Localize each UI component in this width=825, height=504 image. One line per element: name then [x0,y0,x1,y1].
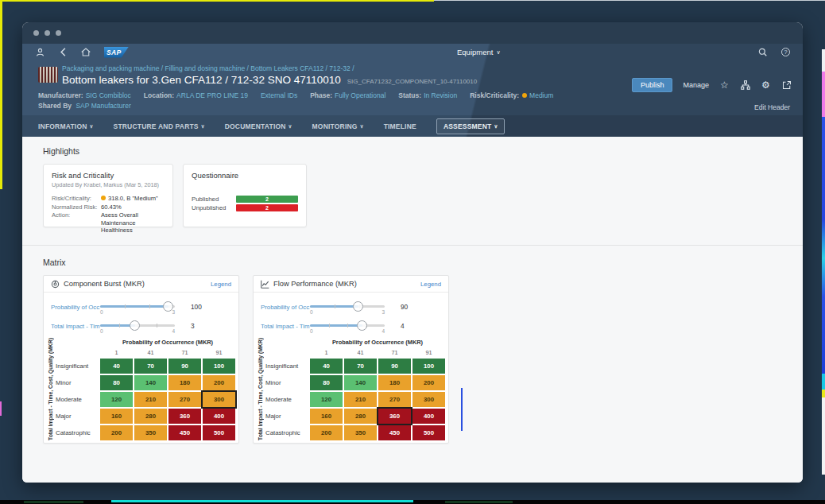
risk-matrix-grid: 1417191Insignificant407090100Minor801401… [56,347,235,440]
meta-label: Manufacturer: [38,91,83,99]
matrix-row-label: Catastrophic [56,425,99,440]
matrix-cell[interactable]: 200 [412,375,445,390]
legend-link[interactable]: Legend [420,281,441,288]
questionnaire-card[interactable]: Questionnaire Published 2 Unpublished 2 [183,164,307,227]
tab-documentation[interactable]: DOCUMENTATION∨ [225,122,292,130]
matrix-cell[interactable]: 200 [310,425,343,440]
manage-button[interactable]: Manage [683,81,709,89]
matrix-cell[interactable]: 450 [168,425,201,440]
publish-button[interactable]: Publish [632,78,673,92]
matrix-cell[interactable]: 100 [203,359,235,374]
equipment-selector[interactable]: Equipment ∨ [457,44,501,60]
matrix-row-label: Moderate [56,392,99,407]
tab-information[interactable]: INFORMATION∨ [38,122,94,130]
tab-assessment[interactable]: ASSESSMENT∨ [436,118,505,134]
matrix-cell[interactable]: 80 [100,375,133,390]
matrix-cell[interactable]: 210 [134,392,167,407]
traffic-light-dot[interactable] [56,30,61,36]
matrix-cell[interactable]: 160 [310,409,343,424]
matrix-cell[interactable]: 350 [134,425,167,440]
matrix-cell[interactable]: 70 [134,359,167,374]
search-icon[interactable] [757,48,767,57]
window-titlebar[interactable] [22,22,803,44]
published-count-bar[interactable]: 2 [236,196,298,203]
card-title: Risk and Criticality [52,171,165,180]
meta-value-phase[interactable]: Fully Operational [335,91,385,99]
matrix-cell[interactable]: 450 [378,425,411,440]
edit-header-button[interactable]: Edit Header [754,103,790,111]
meta-value-location[interactable]: ARLA DE PRO LINE 19 [176,91,248,99]
tab-timeline[interactable]: TIMELINE [384,122,416,130]
matrix-cell[interactable]: 40 [100,359,133,374]
probability-slider[interactable]: 03 [310,300,385,313]
home-icon[interactable] [81,48,91,57]
matrix-cell[interactable]: 400 [412,409,445,424]
matrix-cell[interactable]: 160 [100,409,133,424]
breadcrumb-link[interactable]: Bottom Leakers CFA112 / 712-32 [250,64,351,72]
matrix-cell[interactable]: 200 [203,375,235,390]
matrix-cell[interactable]: 100 [412,359,445,374]
unpublished-count-bar[interactable]: 2 [236,204,298,211]
back-icon[interactable] [58,48,68,57]
matrix-card-component-burst: Component Burst (MKR) Legend Probability… [43,275,239,444]
probability-slider[interactable]: 03 [100,300,175,313]
matrix-cell[interactable]: 70 [344,359,377,374]
impact-slider[interactable]: 04 [310,320,385,332]
traffic-light-dot[interactable] [45,30,50,36]
matrix-cell[interactable]: 360 [378,409,411,424]
legend-link[interactable]: Legend [211,281,231,288]
matrix-cell[interactable]: 200 [100,425,133,440]
matrix-cell[interactable]: 280 [344,409,377,424]
favorite-star-icon[interactable]: ☆ [719,80,730,91]
risk-criticality-card[interactable]: Risk and Criticality Updated By Krabel, … [43,164,173,227]
matrix-cell[interactable]: 40 [310,359,343,374]
traffic-light-dot[interactable] [33,30,39,36]
help-icon[interactable]: ? [781,48,790,56]
meta-value-risk[interactable]: Medium [529,91,553,99]
settings-gear-icon[interactable]: ⚙ [761,80,771,91]
highlights-heading: Highlights [43,146,782,156]
matrix-cell[interactable]: 300 [203,392,235,407]
line-chart-icon [261,280,269,289]
sap-logo[interactable]: SAP [104,47,129,58]
matrix-cell[interactable]: 500 [203,425,235,440]
matrix-y-axis-label: Total Impact - Time, Cost, Quality (MKR) [256,338,265,440]
shared-by-link[interactable]: SAP Manufacturer [76,102,130,110]
equipment-thumbnail[interactable] [38,67,58,83]
matrix-cell[interactable]: 360 [168,409,201,424]
breadcrumb-link[interactable]: Filling and dosing machine [165,64,245,72]
matrix-cell[interactable]: 80 [310,375,343,390]
matrix-cell[interactable]: 90 [168,359,201,374]
matrix-cell[interactable]: 140 [344,375,377,390]
matrix-cell[interactable]: 210 [344,392,377,407]
screen-artifact [434,0,825,1]
user-icon[interactable] [35,48,45,57]
share-export-icon[interactable] [781,80,792,91]
matrix-cell[interactable]: 400 [203,409,235,424]
matrix-cell[interactable]: 280 [134,409,167,424]
matrix-cell[interactable]: 500 [412,425,445,440]
matrix-cell[interactable]: 350 [344,425,377,440]
tab-structure-and-parts[interactable]: STRUCTURE AND PARTS∨ [114,122,205,130]
breadcrumb-link[interactable]: Packaging and packing machine [62,64,159,72]
external-ids-link[interactable]: External IDs [261,91,297,99]
matrix-cell[interactable]: 180 [378,375,411,390]
chevron-down-icon: ∨ [496,49,500,56]
screen-artifact [461,388,463,431]
card-title: Questionnaire [192,171,298,180]
matrix-cell[interactable]: 270 [378,392,411,407]
matrix-cell[interactable]: 300 [412,392,445,407]
matrix-cell[interactable]: 90 [378,359,411,374]
matrix-cell[interactable]: 120 [100,392,133,407]
matrix-cell[interactable]: 140 [134,375,167,390]
meta-value-status[interactable]: In Revision [424,91,457,99]
matrix-row-label: Minor [265,375,308,390]
tab-monitoring[interactable]: MONITORING∨ [312,122,364,130]
matrix-cell[interactable]: 180 [168,375,201,390]
sitemap-icon[interactable] [740,80,750,91]
matrix-cell[interactable]: 270 [168,392,201,407]
matrix-cell[interactable]: 120 [310,392,343,407]
impact-slider[interactable]: 04 [100,320,175,332]
card-subtitle: Updated By Krabel, Markus (Mar 5, 2018) [52,181,165,188]
meta-value-manufacturer[interactable]: SIG Combibloc [86,91,131,99]
